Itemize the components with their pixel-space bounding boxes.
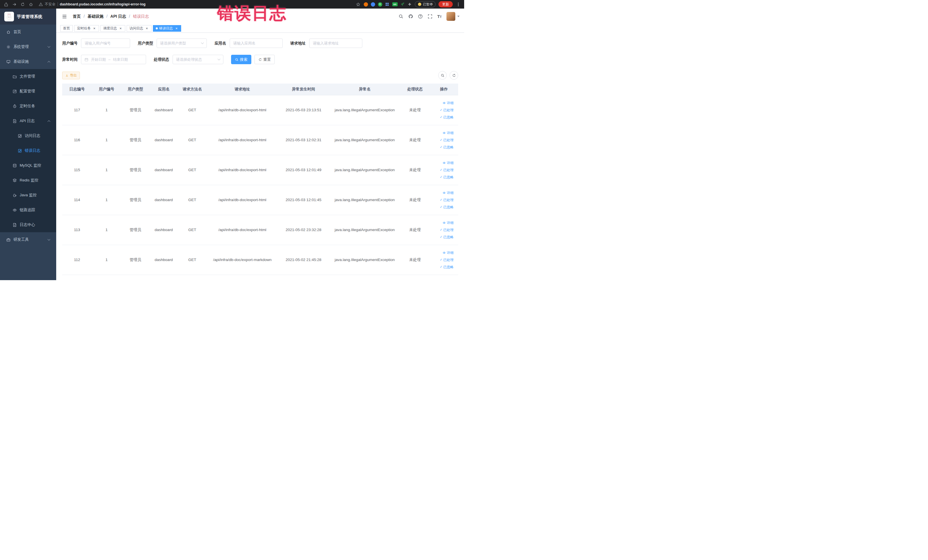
check-icon: ✓ <box>440 108 443 111</box>
extension-orange-icon[interactable] <box>364 2 368 6</box>
detail-link[interactable]: 详细 <box>443 250 453 256</box>
mark-processed-link[interactable]: ✓ 已处理 <box>440 257 453 263</box>
refresh-button[interactable] <box>450 71 458 79</box>
mark-processed-link[interactable]: ✓ 已处理 <box>440 197 453 203</box>
paused-badge[interactable]: 已暂停 <box>415 1 436 8</box>
date-range-picker[interactable]: 开始日期 – 结束日期 <box>81 55 146 64</box>
fullscreen-icon[interactable] <box>427 14 432 19</box>
sidebar-item[interactable]: 首页 <box>0 24 56 40</box>
mark-processed-link[interactable]: ✓ 已处理 <box>440 137 453 143</box>
sidebar-item[interactable]: 访问日志 <box>0 128 56 143</box>
java-icon <box>12 193 17 197</box>
view-tab[interactable]: 调度日志 × <box>101 25 125 32</box>
sidebar-item[interactable]: 错误日志 <box>0 143 56 158</box>
breadcrumb-item[interactable]: 错误日志 <box>126 14 149 19</box>
sidebar-item[interactable]: 系统管理 <box>0 40 56 54</box>
exception-name-cell: java.lang.IllegalArgumentException <box>329 95 400 125</box>
sidebar-item-label: 系统管理 <box>14 44 29 49</box>
bookmark-star-icon[interactable] <box>356 2 361 7</box>
tab-label: 错误日志 <box>159 26 173 31</box>
mark-ignored-link[interactable]: ✓ 已忽略 <box>440 204 453 210</box>
font-size-icon[interactable]: TT <box>437 14 442 18</box>
column-header: 用户编号 <box>92 84 121 95</box>
forward-icon[interactable] <box>12 2 17 7</box>
eye-icon <box>443 101 446 105</box>
app-title: 芋道管理系统 <box>17 14 43 20</box>
eye-icon <box>443 161 446 165</box>
view-tab[interactable]: 定时任务 × <box>74 25 99 32</box>
browser-menu-icon[interactable] <box>456 2 461 7</box>
sidebar-item[interactable]: Java 监控 <box>0 188 56 203</box>
breadcrumb-item[interactable]: 首页 <box>73 14 81 19</box>
user-menu[interactable] <box>446 12 459 21</box>
divider <box>58 2 58 6</box>
app-logo[interactable]: 芋道管理系统 <box>0 9 56 24</box>
github-icon[interactable] <box>408 14 413 19</box>
home-browser-icon[interactable] <box>28 2 34 7</box>
sidebar-item[interactable]: Redis 监控 <box>0 173 56 188</box>
help-icon[interactable] <box>418 14 423 19</box>
sidebar-item-label: 首页 <box>14 29 21 35</box>
request-url-input[interactable] <box>309 38 362 48</box>
check-icon: ✓ <box>440 198 443 201</box>
view-tab[interactable]: 首页 × <box>60 25 73 32</box>
close-icon[interactable]: × <box>175 26 178 30</box>
user-type-select[interactable]: 请选择用户类型 <box>157 38 207 48</box>
table-row: 115 1 管理员 dashboard GET /api/infra/db-do… <box>62 155 458 185</box>
log-id-cell: 117 <box>62 95 92 125</box>
error-log-table: 日志编号 用户编号 用户类型 应用名 请求方法名 请求地址 异常发生时间 <box>62 84 458 275</box>
request-url-cell: /api/infra/db-doc/export-html <box>207 155 278 185</box>
breadcrumb-item[interactable]: 基础设施 <box>81 14 104 19</box>
export-button[interactable]: 导出 <box>62 72 80 79</box>
sidebar-item[interactable]: 研发工具 <box>0 232 56 247</box>
share-icon[interactable] <box>3 2 9 7</box>
detail-link[interactable]: 详细 <box>443 130 453 136</box>
search-button[interactable]: 搜索 <box>231 55 251 64</box>
breadcrumb-item[interactable]: API 日志 <box>104 14 126 19</box>
toggle-search-button[interactable] <box>438 71 447 79</box>
hamburger-icon[interactable] <box>61 13 68 20</box>
leaf-extension-icon[interactable] <box>400 2 405 6</box>
close-icon[interactable]: × <box>92 26 96 30</box>
sidebar-item[interactable]: 文件管理 <box>0 69 56 84</box>
on-badge-icon[interactable]: on <box>392 2 398 6</box>
sidebar-item[interactable]: 配置管理 <box>0 84 56 99</box>
reload-icon[interactable] <box>20 2 25 7</box>
mark-processed-link[interactable]: ✓ 已处理 <box>440 227 453 233</box>
app-name-input[interactable] <box>230 38 283 48</box>
mark-processed-link[interactable]: ✓ 已处理 <box>440 107 453 113</box>
sidebar-item[interactable]: 定时任务 <box>0 99 56 113</box>
knot-extension-icon[interactable] <box>408 2 412 6</box>
address-bar[interactable]: 不安全 dashboard.yudao.iocoder.cn/infra/log… <box>39 2 145 7</box>
sidebar-item[interactable]: 日志中心 <box>0 217 56 232</box>
detail-link[interactable]: 详细 <box>443 220 453 226</box>
mark-ignored-link[interactable]: ✓ 已忽略 <box>440 174 453 180</box>
table-header-row: 日志编号 用户编号 用户类型 应用名 请求方法名 请求地址 异常发生时间 <box>62 84 458 95</box>
column-header: 处理状态 <box>400 84 430 95</box>
search-icon[interactable] <box>398 14 403 19</box>
mark-ignored-link[interactable]: ✓ 已忽略 <box>440 144 453 150</box>
mark-ignored-link[interactable]: ✓ 已忽略 <box>440 114 453 121</box>
user-id-input[interactable] <box>81 38 130 48</box>
reset-button[interactable]: 重置 <box>255 55 275 64</box>
sidebar-item[interactable]: 基础设施 <box>0 54 56 69</box>
detail-link[interactable]: 详细 <box>443 100 453 106</box>
mark-processed-link[interactable]: ✓ 已处理 <box>440 167 453 173</box>
sidebar-item[interactable]: 链路追踪 <box>0 203 56 217</box>
close-icon[interactable]: × <box>119 26 122 30</box>
detail-link[interactable]: 详细 <box>443 160 453 166</box>
detail-link[interactable]: 详细 <box>443 190 453 196</box>
extension-blue-icon[interactable] <box>371 2 375 6</box>
user-type-cell: 管理员 <box>121 125 150 155</box>
close-icon[interactable]: × <box>145 26 149 30</box>
view-tab[interactable]: 错误日志 × <box>153 25 181 32</box>
extensions-grid-icon[interactable] <box>385 2 389 6</box>
sidebar-item[interactable]: API 日志 <box>0 113 56 128</box>
view-tab[interactable]: 访问日志 × <box>127 25 151 32</box>
process-status-select[interactable]: 请选择处理状态 <box>172 55 223 64</box>
mark-ignored-link[interactable]: ✓ 已忽略 <box>440 264 453 270</box>
mark-ignored-link[interactable]: ✓ 已忽略 <box>440 234 453 240</box>
extension-green-icon[interactable]: Y <box>378 2 382 6</box>
sidebar-item[interactable]: MySQL 监控 <box>0 158 56 173</box>
update-button[interactable]: 更新 <box>438 1 453 8</box>
